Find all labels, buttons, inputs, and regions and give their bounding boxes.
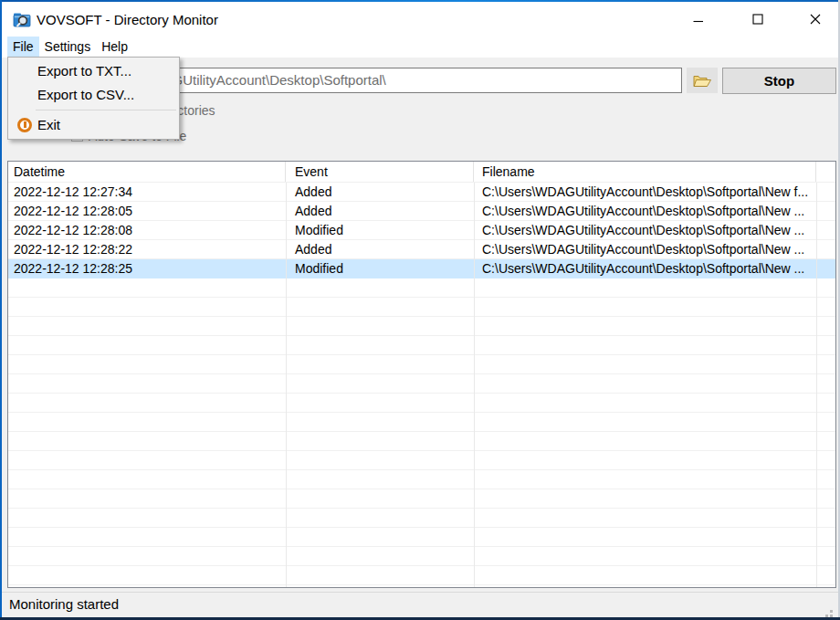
cell-datetime: 2022-12-12 12:28:05	[8, 202, 286, 220]
close-button[interactable]	[794, 2, 836, 37]
menu-item-exit-label: Exit	[37, 117, 60, 132]
cell-filename: C:\Users\WDAGUtilityAccount\Desktop\Soft…	[474, 221, 816, 239]
window-border-left	[0, 0, 2, 620]
maximize-icon	[752, 14, 763, 25]
minimize-button[interactable]	[677, 2, 719, 37]
menu-file[interactable]: File	[7, 37, 39, 58]
column-header-datetime[interactable]: Datetime	[8, 162, 286, 182]
cell-filename: C:\Users\WDAGUtilityAccount\Desktop\Soft…	[474, 183, 816, 201]
cell-event: Added	[286, 183, 474, 201]
cell-event: Modified	[286, 221, 474, 239]
table-row[interactable]: 2022-12-12 12:27:34AddedC:\Users\WDAGUti…	[8, 183, 835, 202]
events-table: Datetime Event Filename 2022-12-12 12:27…	[7, 161, 836, 588]
cell-datetime: 2022-12-12 12:28:25	[8, 259, 286, 278]
cell-filename: C:\Users\WDAGUtilityAccount\Desktop\Soft…	[474, 202, 816, 220]
file-dropdown-menu: Export to TXT... Export to CSV... Exit	[7, 57, 180, 140]
menu-item-export-txt[interactable]: Export to TXT...	[8, 59, 179, 83]
cell-datetime: 2022-12-12 12:28:08	[8, 221, 286, 239]
table-row[interactable]: 2022-12-12 12:28:22AddedC:\Users\WDAGUti…	[8, 240, 835, 259]
status-bar: Monitoring started	[2, 592, 838, 617]
cell-event: Added	[286, 240, 474, 258]
cell-filename: C:\Users\WDAGUtilityAccount\Desktop\Soft…	[474, 240, 816, 258]
column-header-filename[interactable]: Filename	[474, 162, 816, 182]
minimize-icon	[693, 14, 704, 25]
status-message: Monitoring started	[9, 593, 119, 616]
app-icon	[13, 12, 31, 27]
browse-folder-button[interactable]	[687, 68, 718, 93]
menu-bar: File Settings Help	[2, 37, 838, 58]
menu-item-export-csv[interactable]: Export to CSV...	[8, 83, 179, 107]
window-border-top	[0, 0, 840, 2]
menu-settings[interactable]: Settings	[39, 37, 97, 58]
close-icon	[810, 14, 821, 25]
table-row[interactable]: 2022-12-12 12:28:05AddedC:\Users\WDAGUti…	[8, 202, 835, 221]
table-row[interactable]: 2022-12-12 12:28:08ModifiedC:\Users\WDAG…	[8, 221, 835, 240]
cell-filename: C:\Users\WDAGUtilityAccount\Desktop\Soft…	[474, 259, 816, 278]
cell-datetime: 2022-12-12 12:28:22	[8, 240, 286, 258]
window-title: VOVSOFT - Directory Monitor	[37, 12, 218, 27]
folder-icon	[693, 73, 712, 89]
table-row[interactable]: 2022-12-12 12:28:25ModifiedC:\Users\WDAG…	[8, 259, 835, 278]
table-header: Datetime Event Filename	[8, 162, 835, 183]
menu-separator	[36, 110, 176, 110]
power-icon	[17, 118, 32, 132]
stop-button[interactable]: Stop	[722, 68, 836, 94]
cell-event: Modified	[286, 259, 474, 278]
menu-item-exit[interactable]: Exit	[8, 113, 179, 137]
column-header-event[interactable]: Event	[286, 162, 474, 182]
cell-event: Added	[286, 202, 474, 220]
table-body: 2022-12-12 12:27:34AddedC:\Users\WDAGUti…	[8, 183, 835, 588]
resize-grip-icon[interactable]	[830, 610, 833, 613]
menu-help[interactable]: Help	[96, 37, 133, 58]
title-bar: VOVSOFT - Directory Monitor	[2, 2, 838, 37]
app-window: VOVSOFT - Directory Monitor File Setting…	[0, 0, 840, 620]
cell-datetime: 2022-12-12 12:27:34	[8, 183, 286, 201]
maximize-button[interactable]	[737, 2, 779, 37]
